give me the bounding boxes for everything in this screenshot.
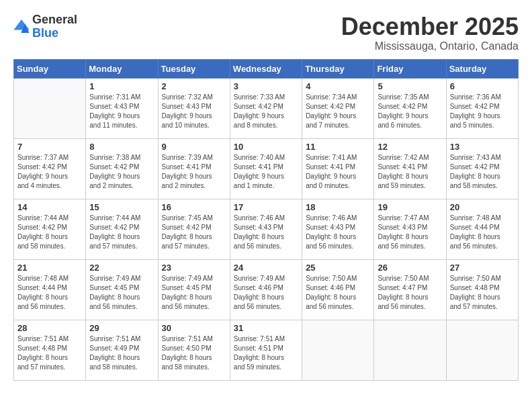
calendar-cell: 24Sunrise: 7:49 AM Sunset: 4:46 PM Dayli… xyxy=(230,259,302,320)
calendar-cell: 18Sunrise: 7:46 AM Sunset: 4:43 PM Dayli… xyxy=(302,199,374,259)
day-detail: Sunrise: 7:51 AM Sunset: 4:50 PM Dayligh… xyxy=(162,334,226,372)
header-cell-monday: Monday xyxy=(86,59,158,78)
day-number: 3 xyxy=(234,81,298,91)
header-cell-tuesday: Tuesday xyxy=(158,59,230,78)
day-number: 10 xyxy=(234,142,298,152)
calendar-cell: 20Sunrise: 7:48 AM Sunset: 4:44 PM Dayli… xyxy=(446,199,518,259)
day-number: 18 xyxy=(306,202,370,212)
day-number: 4 xyxy=(306,81,370,91)
calendar-cell xyxy=(302,320,374,380)
header-cell-thursday: Thursday xyxy=(302,59,374,78)
day-detail: Sunrise: 7:49 AM Sunset: 4:46 PM Dayligh… xyxy=(234,274,298,312)
day-detail: Sunrise: 7:43 AM Sunset: 4:42 PM Dayligh… xyxy=(450,153,515,191)
day-detail: Sunrise: 7:44 AM Sunset: 4:42 PM Dayligh… xyxy=(17,214,82,251)
header-cell-saturday: Saturday xyxy=(446,59,518,78)
day-number: 15 xyxy=(89,202,154,212)
calendar-cell: 28Sunrise: 7:51 AM Sunset: 4:48 PM Dayli… xyxy=(14,320,86,380)
calendar-cell: 22Sunrise: 7:49 AM Sunset: 4:45 PM Dayli… xyxy=(86,259,158,320)
day-detail: Sunrise: 7:31 AM Sunset: 4:43 PM Dayligh… xyxy=(89,93,154,130)
day-number: 19 xyxy=(378,202,442,212)
day-detail: Sunrise: 7:44 AM Sunset: 4:42 PM Dayligh… xyxy=(89,214,154,251)
header-cell-sunday: Sunday xyxy=(14,59,86,78)
calendar-cell: 29Sunrise: 7:51 AM Sunset: 4:49 PM Dayli… xyxy=(86,320,158,380)
day-number: 20 xyxy=(450,202,515,212)
calendar-cell: 8Sunrise: 7:38 AM Sunset: 4:42 PM Daylig… xyxy=(86,138,158,199)
calendar-cell: 13Sunrise: 7:43 AM Sunset: 4:42 PM Dayli… xyxy=(446,138,518,199)
calendar-cell: 21Sunrise: 7:48 AM Sunset: 4:44 PM Dayli… xyxy=(14,259,86,320)
day-number: 23 xyxy=(162,263,226,273)
week-row-4: 21Sunrise: 7:48 AM Sunset: 4:44 PM Dayli… xyxy=(14,259,519,320)
calendar-cell xyxy=(14,78,86,138)
day-detail: Sunrise: 7:40 AM Sunset: 4:41 PM Dayligh… xyxy=(234,153,298,191)
day-number: 11 xyxy=(306,142,370,152)
calendar-cell: 5Sunrise: 7:35 AM Sunset: 4:42 PM Daylig… xyxy=(374,78,446,138)
day-number: 12 xyxy=(378,142,442,152)
logo-icon xyxy=(13,19,30,33)
day-detail: Sunrise: 7:50 AM Sunset: 4:48 PM Dayligh… xyxy=(450,274,515,312)
day-number: 1 xyxy=(89,81,154,91)
day-detail: Sunrise: 7:33 AM Sunset: 4:42 PM Dayligh… xyxy=(234,93,298,130)
day-number: 26 xyxy=(378,263,442,273)
day-number: 31 xyxy=(234,323,298,333)
calendar-table: SundayMondayTuesdayWednesdayThursdayFrid… xyxy=(13,59,519,381)
day-detail: Sunrise: 7:47 AM Sunset: 4:43 PM Dayligh… xyxy=(378,214,442,251)
week-row-2: 7Sunrise: 7:37 AM Sunset: 4:42 PM Daylig… xyxy=(14,138,519,199)
calendar-cell xyxy=(374,320,446,380)
calendar-cell: 9Sunrise: 7:39 AM Sunset: 4:41 PM Daylig… xyxy=(158,138,230,199)
title-section: December 2025 Mississauga, Ontario, Cana… xyxy=(341,13,519,52)
day-number: 28 xyxy=(17,323,82,333)
day-number: 29 xyxy=(89,323,154,333)
day-number: 7 xyxy=(17,142,82,152)
calendar-cell: 19Sunrise: 7:47 AM Sunset: 4:43 PM Dayli… xyxy=(374,199,446,259)
day-number: 17 xyxy=(234,202,298,212)
week-row-5: 28Sunrise: 7:51 AM Sunset: 4:48 PM Dayli… xyxy=(14,320,519,380)
day-detail: Sunrise: 7:49 AM Sunset: 4:45 PM Dayligh… xyxy=(162,274,226,312)
day-number: 8 xyxy=(89,142,154,152)
day-detail: Sunrise: 7:36 AM Sunset: 4:42 PM Dayligh… xyxy=(450,93,515,130)
logo: General Blue xyxy=(13,13,77,39)
calendar-cell: 15Sunrise: 7:44 AM Sunset: 4:42 PM Dayli… xyxy=(86,199,158,259)
day-detail: Sunrise: 7:51 AM Sunset: 4:49 PM Dayligh… xyxy=(89,334,154,372)
calendar-cell: 25Sunrise: 7:50 AM Sunset: 4:46 PM Dayli… xyxy=(302,259,374,320)
day-detail: Sunrise: 7:51 AM Sunset: 4:48 PM Dayligh… xyxy=(17,334,82,372)
calendar-cell: 2Sunrise: 7:32 AM Sunset: 4:43 PM Daylig… xyxy=(158,78,230,138)
day-number: 25 xyxy=(306,263,370,273)
day-number: 30 xyxy=(162,323,226,333)
calendar-subtitle: Mississauga, Ontario, Canada xyxy=(341,40,519,52)
calendar-cell: 1Sunrise: 7:31 AM Sunset: 4:43 PM Daylig… xyxy=(86,78,158,138)
week-row-1: 1Sunrise: 7:31 AM Sunset: 4:43 PM Daylig… xyxy=(14,78,519,138)
calendar-cell: 31Sunrise: 7:51 AM Sunset: 4:51 PM Dayli… xyxy=(230,320,302,380)
logo-blue: Blue xyxy=(32,27,77,39)
day-detail: Sunrise: 7:42 AM Sunset: 4:41 PM Dayligh… xyxy=(378,153,442,191)
day-detail: Sunrise: 7:50 AM Sunset: 4:46 PM Dayligh… xyxy=(306,274,370,312)
calendar-cell: 30Sunrise: 7:51 AM Sunset: 4:50 PM Dayli… xyxy=(158,320,230,380)
calendar-cell: 17Sunrise: 7:46 AM Sunset: 4:43 PM Dayli… xyxy=(230,199,302,259)
day-detail: Sunrise: 7:50 AM Sunset: 4:47 PM Dayligh… xyxy=(378,274,442,312)
day-detail: Sunrise: 7:34 AM Sunset: 4:42 PM Dayligh… xyxy=(306,93,370,130)
calendar-cell: 16Sunrise: 7:45 AM Sunset: 4:42 PM Dayli… xyxy=(158,199,230,259)
day-number: 6 xyxy=(450,81,515,91)
day-detail: Sunrise: 7:46 AM Sunset: 4:43 PM Dayligh… xyxy=(306,214,370,251)
day-detail: Sunrise: 7:45 AM Sunset: 4:42 PM Dayligh… xyxy=(162,214,226,251)
day-number: 21 xyxy=(17,263,82,273)
day-detail: Sunrise: 7:46 AM Sunset: 4:43 PM Dayligh… xyxy=(234,214,298,251)
header-cell-wednesday: Wednesday xyxy=(230,59,302,78)
day-number: 16 xyxy=(162,202,226,212)
calendar-cell: 26Sunrise: 7:50 AM Sunset: 4:47 PM Dayli… xyxy=(374,259,446,320)
page-header: General Blue December 2025 Mississauga, … xyxy=(13,13,519,52)
calendar-title: December 2025 xyxy=(341,13,519,40)
calendar-cell: 23Sunrise: 7:49 AM Sunset: 4:45 PM Dayli… xyxy=(158,259,230,320)
calendar-cell: 7Sunrise: 7:37 AM Sunset: 4:42 PM Daylig… xyxy=(14,138,86,199)
day-number: 22 xyxy=(89,263,154,273)
calendar-cell: 4Sunrise: 7:34 AM Sunset: 4:42 PM Daylig… xyxy=(302,78,374,138)
day-detail: Sunrise: 7:32 AM Sunset: 4:43 PM Dayligh… xyxy=(162,93,226,130)
day-detail: Sunrise: 7:48 AM Sunset: 4:44 PM Dayligh… xyxy=(450,214,515,251)
day-detail: Sunrise: 7:48 AM Sunset: 4:44 PM Dayligh… xyxy=(17,274,82,312)
day-number: 27 xyxy=(450,263,515,273)
calendar-cell: 27Sunrise: 7:50 AM Sunset: 4:48 PM Dayli… xyxy=(446,259,518,320)
calendar-cell xyxy=(446,320,518,380)
calendar-cell: 14Sunrise: 7:44 AM Sunset: 4:42 PM Dayli… xyxy=(14,199,86,259)
calendar-cell: 12Sunrise: 7:42 AM Sunset: 4:41 PM Dayli… xyxy=(374,138,446,199)
day-detail: Sunrise: 7:41 AM Sunset: 4:41 PM Dayligh… xyxy=(306,153,370,191)
day-number: 13 xyxy=(450,142,515,152)
